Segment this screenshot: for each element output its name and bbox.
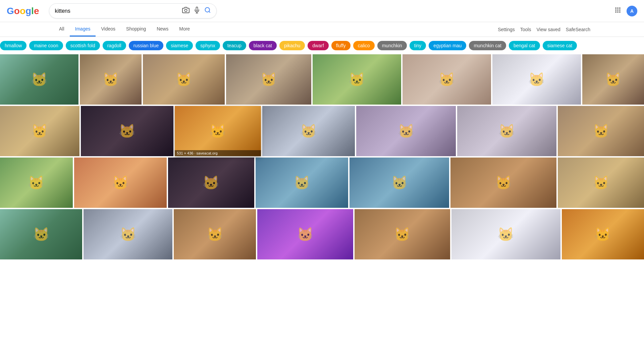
kitten-image[interactable] (582, 54, 644, 105)
image-label: 531 × 436 · saveacat.org (175, 150, 261, 156)
filter-chip-sphynx[interactable]: sphynx (196, 41, 220, 50)
filter-chip-russian-blue[interactable]: russian blue (129, 41, 164, 50)
filter-chip-calico[interactable]: calico (353, 41, 375, 50)
kitten-image[interactable] (350, 158, 449, 208)
kitten-image[interactable] (451, 209, 560, 259)
kitten-image[interactable] (558, 106, 644, 156)
filter-chip-pikachu[interactable]: pikachu (279, 41, 305, 50)
kitten-image[interactable] (562, 209, 644, 259)
kitten-image[interactable] (0, 54, 78, 105)
nav-right: Settings Tools View saved SafeSearch (498, 23, 590, 36)
svg-rect-12 (617, 11, 618, 12)
kitten-image[interactable] (262, 106, 355, 156)
kitten-image[interactable]: 531 × 436 · saveacat.org (175, 106, 261, 156)
search-bar (49, 3, 217, 18)
safesearch-label[interactable]: SafeSearch (566, 27, 590, 32)
kitten-image[interactable] (492, 54, 581, 105)
filter-chip-ragdoll[interactable]: ragdoll (103, 41, 126, 50)
kitten-image[interactable] (174, 209, 256, 259)
kitten-image[interactable] (84, 209, 172, 259)
filter-chip-hmallow[interactable]: hmallow (0, 41, 26, 50)
filter-chip-teacup[interactable]: teacup (223, 41, 246, 50)
svg-point-0 (185, 9, 187, 11)
kitten-image[interactable] (74, 158, 167, 208)
kitten-image[interactable] (355, 209, 450, 259)
camera-search-button[interactable] (182, 6, 190, 15)
header: Google (0, 0, 644, 22)
tab-all[interactable]: All (54, 22, 70, 37)
svg-line-4 (209, 11, 210, 13)
image-row-row3 (0, 158, 644, 208)
image-row-row1 (0, 54, 644, 105)
header-right: A (614, 6, 637, 16)
avatar[interactable]: A (627, 6, 637, 16)
svg-point-3 (205, 8, 210, 12)
filter-chip-fluffy[interactable]: fluffy (331, 41, 351, 50)
svg-rect-9 (617, 9, 618, 10)
settings-link[interactable]: Settings (498, 27, 515, 32)
mic-button[interactable] (194, 7, 200, 15)
filter-chip-munchkin[interactable]: munchkin (377, 41, 407, 50)
svg-rect-5 (615, 8, 616, 9)
tab-news[interactable]: News (151, 22, 174, 37)
kitten-image[interactable] (313, 54, 401, 105)
filter-chip-black-cat[interactable]: black cat (249, 41, 277, 50)
svg-rect-8 (615, 9, 616, 10)
image-row-row4 (0, 209, 644, 259)
tab-images[interactable]: Images (70, 22, 96, 37)
view-saved-link[interactable]: View saved (536, 27, 560, 32)
apps-icon[interactable] (614, 7, 621, 15)
main-content: 531 × 436 · saveacat.org (0, 54, 644, 259)
tab-shopping[interactable]: Shopping (121, 22, 151, 37)
filter-chip-egyptian-mau[interactable]: egyptian mau (429, 41, 466, 50)
tab-more[interactable]: More (174, 22, 195, 37)
search-input[interactable] (55, 8, 179, 14)
filter-chip-siamese[interactable]: siamese (166, 41, 193, 50)
kitten-image[interactable] (257, 209, 353, 259)
filter-chip-maine-coon[interactable]: maine coon (29, 41, 63, 50)
image-row-row2: 531 × 436 · saveacat.org (0, 106, 644, 156)
kitten-image[interactable] (226, 54, 311, 105)
kitten-image[interactable] (450, 158, 557, 208)
filter-chip-munchkin-cat[interactable]: munchkin cat (469, 41, 506, 50)
svg-rect-10 (619, 9, 620, 10)
search-button[interactable] (204, 7, 211, 15)
nav-tabs: All Images Videos Shopping News More Set… (0, 22, 644, 37)
kitten-image[interactable] (256, 158, 348, 208)
svg-rect-6 (617, 8, 618, 9)
tab-videos[interactable]: Videos (96, 22, 121, 37)
kitten-image[interactable] (0, 158, 73, 208)
filter-chip-dwarf[interactable]: dwarf (308, 41, 328, 50)
kitten-image[interactable] (457, 106, 557, 156)
filter-chip-siamese-cat[interactable]: siamese cat (543, 41, 577, 50)
kitten-image[interactable] (81, 106, 174, 156)
kitten-image[interactable] (80, 54, 142, 105)
kitten-image[interactable] (0, 106, 79, 156)
google-logo: Google (7, 6, 39, 16)
svg-rect-11 (615, 11, 616, 12)
svg-rect-13 (619, 11, 620, 12)
kitten-image[interactable] (143, 54, 225, 105)
search-icons (182, 6, 211, 15)
svg-rect-7 (619, 8, 620, 9)
filter-chip-bengal-cat[interactable]: bengal cat (509, 41, 540, 50)
filter-chip-tiny[interactable]: tiny (410, 41, 426, 50)
kitten-image[interactable] (558, 158, 644, 208)
tools-link[interactable]: Tools (520, 27, 531, 32)
kitten-image[interactable] (356, 106, 456, 156)
kitten-image[interactable] (402, 54, 491, 105)
filter-chips: hmallowmaine coonscottish foldragdollrus… (0, 37, 644, 54)
kitten-image[interactable] (0, 209, 82, 259)
filter-chip-scottish-fold[interactable]: scottish fold (66, 41, 100, 50)
kitten-image[interactable] (168, 158, 254, 208)
